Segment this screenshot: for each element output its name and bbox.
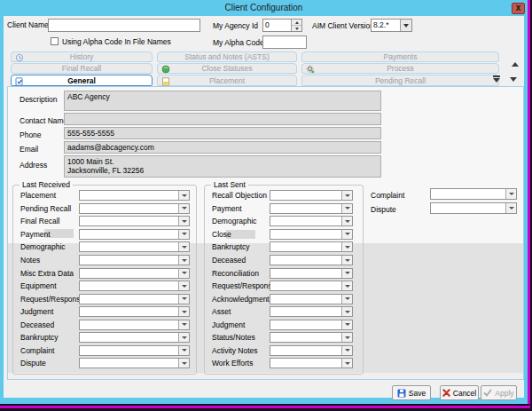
combo-box[interactable] [270, 216, 353, 226]
combo-dropdown-button[interactable] [341, 359, 352, 368]
combo-dropdown-button[interactable] [341, 281, 352, 290]
tab-status-and-notes[interactable]: Status and Notes (ASTS) [157, 51, 297, 62]
client-name-input[interactable] [48, 19, 200, 32]
combo-box[interactable] [270, 229, 353, 240]
combo-box[interactable] [79, 241, 190, 252]
combo-dropdown-button[interactable] [178, 359, 189, 368]
last-sent-row: Deceased [205, 254, 363, 267]
last-received-row: Equipment [13, 280, 196, 293]
combo-dropdown-button[interactable] [341, 320, 352, 329]
address-field[interactable]: 1000 Main St. Jacksonville, FL 32256 [64, 155, 381, 178]
triangle-up-icon [512, 62, 519, 67]
cancel-button-label: Cancel [453, 389, 476, 398]
combo-dropdown-button[interactable] [178, 191, 189, 200]
tab-placement[interactable]: Placement [157, 75, 297, 86]
combo-box[interactable] [270, 268, 353, 279]
complaint-combo[interactable] [430, 188, 517, 200]
tab-scroll-last-button[interactable] [493, 75, 500, 83]
combo-dropdown-button[interactable] [341, 307, 352, 316]
close-icon: x [516, 3, 521, 12]
combo-dropdown-button[interactable] [341, 191, 352, 200]
my-agency-id-stepper[interactable]: 0 [262, 19, 302, 32]
description-field[interactable]: ABC Agency [64, 91, 381, 111]
combo-box[interactable] [270, 320, 353, 330]
combo-box[interactable] [79, 345, 190, 356]
combo-box[interactable] [79, 306, 190, 317]
combo-box[interactable] [270, 345, 353, 356]
combo-box[interactable] [79, 358, 190, 368]
combo-box[interactable] [270, 294, 353, 304]
combo-box[interactable] [79, 281, 190, 291]
combo-box[interactable] [270, 190, 353, 201]
chevron-down-icon [345, 207, 350, 209]
combo-dropdown-button[interactable] [178, 204, 189, 213]
stepper-down-button[interactable] [292, 25, 301, 31]
combo-dropdown-button[interactable] [505, 189, 516, 199]
combo-dropdown-button[interactable] [178, 333, 189, 342]
apply-button[interactable]: Apply [481, 385, 517, 400]
combo-dropdown-button[interactable] [178, 295, 189, 304]
alpha-code-checkbox[interactable] [51, 37, 59, 45]
combo-dropdown-button[interactable] [178, 281, 189, 290]
combo-box[interactable] [79, 255, 190, 265]
combo-dropdown-button[interactable] [341, 230, 352, 239]
dispute-combo[interactable] [430, 202, 517, 214]
combo-dropdown-button[interactable] [341, 295, 352, 304]
close-button[interactable]: x [512, 3, 525, 14]
contact-name-field[interactable] [64, 113, 381, 125]
tab-scroll-up-button[interactable] [512, 62, 519, 67]
combo-dropdown-button[interactable] [341, 217, 352, 225]
combo-box[interactable] [270, 203, 353, 214]
dropdown-button[interactable] [400, 20, 411, 31]
combo-box[interactable] [79, 268, 190, 279]
combo-box[interactable] [79, 332, 190, 343]
combo-dropdown-button[interactable] [178, 256, 189, 265]
combo-dropdown-button[interactable] [178, 217, 189, 225]
tab-close-statuses[interactable]: Close Statuses [157, 63, 297, 74]
combo-dropdown-button[interactable] [178, 346, 189, 355]
tab-history[interactable]: History [11, 51, 153, 62]
combo-box[interactable] [79, 203, 190, 214]
combo-box[interactable] [79, 229, 190, 240]
aim-client-version-select[interactable]: 8.2.* [371, 19, 412, 32]
combo-box[interactable] [79, 294, 190, 304]
combo-dropdown-button[interactable] [341, 333, 352, 342]
combo-box[interactable] [270, 358, 353, 368]
combo-dropdown-button[interactable] [178, 320, 189, 329]
combo-box[interactable] [79, 320, 190, 330]
tab-pending-recall[interactable]: Pending Recall [301, 75, 499, 86]
combo-box[interactable] [270, 255, 353, 265]
combo-dropdown-button[interactable] [341, 346, 352, 355]
tab-general[interactable]: General [11, 75, 153, 86]
last-received-row: Dispute [13, 357, 196, 370]
combo-dropdown-button[interactable] [178, 242, 189, 251]
combo-dropdown-button[interactable] [178, 230, 189, 239]
chevron-down-icon [345, 246, 350, 249]
save-button[interactable]: Save [392, 385, 431, 400]
combo-dropdown-button[interactable] [341, 242, 352, 251]
combo-dropdown-button[interactable] [341, 204, 352, 213]
chevron-down-icon [182, 349, 187, 352]
field-label: Judgment [13, 307, 79, 316]
combo-box[interactable] [270, 306, 353, 317]
cancel-button[interactable]: Cancel [440, 385, 479, 400]
email-field[interactable]: aadams@abcagency.com [64, 141, 381, 154]
my-alpha-code-input[interactable] [262, 36, 307, 49]
tab-scroll-down-button[interactable] [510, 77, 517, 82]
tab-payments[interactable]: Payments [301, 51, 499, 62]
combo-box[interactable] [79, 216, 190, 226]
combo-dropdown-button[interactable] [178, 307, 189, 316]
phone-field[interactable]: 555-555-5555 [64, 127, 381, 139]
combo-dropdown-button[interactable] [341, 256, 352, 265]
combo-box[interactable] [270, 332, 353, 343]
combo-dropdown-button[interactable] [178, 269, 189, 278]
last-received-row: Misc Extra Data [13, 266, 196, 280]
combo-box[interactable] [79, 190, 190, 201]
combo-box[interactable] [270, 241, 353, 252]
combo-dropdown-button[interactable] [341, 269, 352, 278]
combo-box[interactable] [270, 281, 353, 291]
tab-process[interactable]: Process [301, 63, 499, 74]
general-document-icon [15, 77, 24, 86]
combo-dropdown-button[interactable] [505, 203, 516, 213]
tab-final-recall[interactable]: Final Recall [11, 63, 153, 74]
